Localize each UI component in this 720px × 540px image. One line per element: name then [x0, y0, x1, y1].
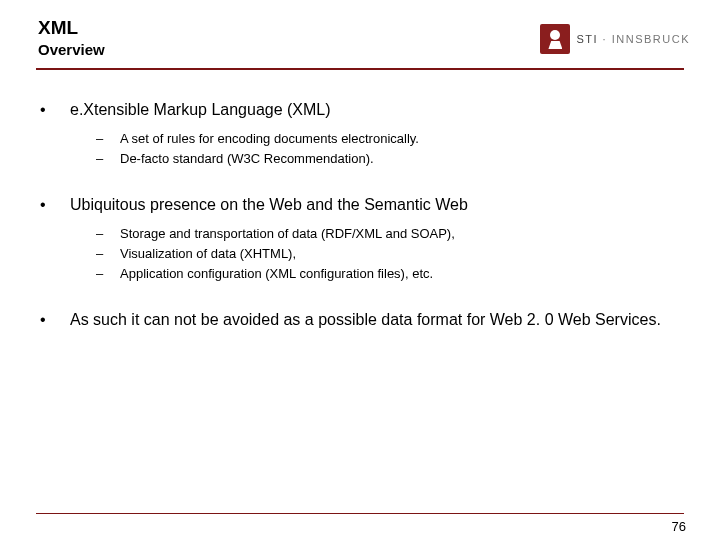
bullet-text: e.Xtensible Markup Language (XML): [70, 100, 331, 121]
footer-rule: [36, 513, 684, 515]
dash-icon: –: [96, 149, 120, 169]
bullet-icon: •: [40, 310, 70, 331]
slide: XML Overview STI · INNSBRUCK • e.Xtensib…: [0, 0, 720, 540]
bullet-text: Ubiquitous presence on the Web and the S…: [70, 195, 468, 216]
logo-text: STI · INNSBRUCK: [576, 33, 690, 45]
dash-icon: –: [96, 129, 120, 149]
sub-item: –A set of rules for encoding documents e…: [96, 129, 680, 149]
dash-icon: –: [96, 244, 120, 264]
sub-list: –Storage and transportation of data (RDF…: [96, 224, 680, 284]
page-number: 76: [672, 519, 686, 534]
bullet-text: As such it can not be avoided as a possi…: [70, 310, 661, 331]
logo: STI · INNSBRUCK: [540, 24, 690, 54]
list-item: • Ubiquitous presence on the Web and the…: [40, 195, 680, 284]
dash-icon: –: [96, 264, 120, 284]
sub-item: –De-facto standard (W3C Recommendation).: [96, 149, 680, 169]
sub-item: –Application configuration (XML configur…: [96, 264, 680, 284]
sub-list: –A set of rules for encoding documents e…: [96, 129, 680, 169]
sub-text: Visualization of data (XHTML),: [120, 244, 296, 264]
sub-text: Application configuration (XML configura…: [120, 264, 433, 284]
dash-icon: –: [96, 224, 120, 244]
bullet-icon: •: [40, 195, 70, 216]
logo-icon: [540, 24, 570, 54]
list-item: • e.Xtensible Markup Language (XML) –A s…: [40, 100, 680, 169]
logo-sep: ·: [598, 33, 612, 45]
sub-item: –Storage and transportation of data (RDF…: [96, 224, 680, 244]
logo-text-sub: INNSBRUCK: [612, 33, 690, 45]
sub-text: De-facto standard (W3C Recommendation).: [120, 149, 374, 169]
sub-item: –Visualization of data (XHTML),: [96, 244, 680, 264]
bullet-icon: •: [40, 100, 70, 121]
list-item: • As such it can not be avoided as a pos…: [40, 310, 680, 331]
bullet-list: • e.Xtensible Markup Language (XML) –A s…: [40, 100, 680, 331]
sub-text: A set of rules for encoding documents el…: [120, 129, 419, 149]
content: • e.Xtensible Markup Language (XML) –A s…: [0, 70, 720, 331]
header: XML Overview STI · INNSBRUCK: [0, 0, 720, 58]
sub-text: Storage and transportation of data (RDF/…: [120, 224, 455, 244]
logo-text-main: STI: [576, 33, 598, 45]
